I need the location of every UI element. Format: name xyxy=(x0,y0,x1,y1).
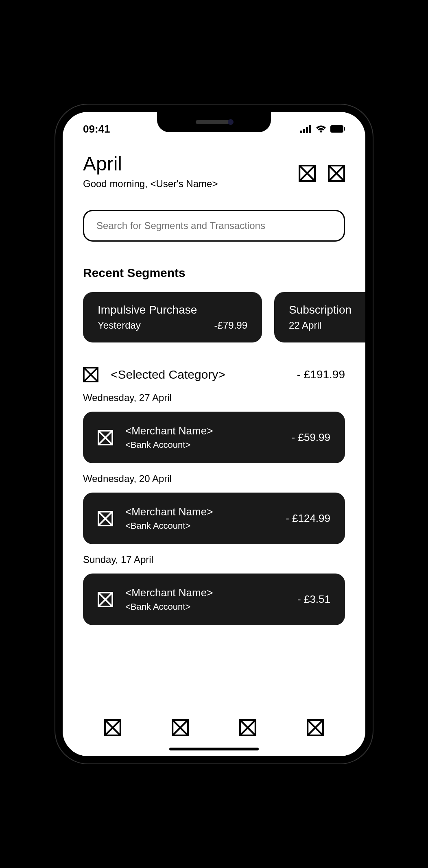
svg-rect-3 xyxy=(309,125,311,133)
svg-rect-0 xyxy=(300,131,302,133)
segments-scroll[interactable]: Impulsive Purchase Yesterday -£79.99 Sub… xyxy=(83,292,365,342)
merchant-icon xyxy=(98,511,113,526)
merchant-name: <Merchant Name> xyxy=(125,506,273,518)
category-left: <Selected Category> xyxy=(83,367,225,382)
header-actions xyxy=(299,165,345,182)
merchant-name: <Merchant Name> xyxy=(125,425,280,437)
phone-frame: 09:41 April Good morning, <User's Name> … xyxy=(55,105,373,763)
segment-date: 22 April xyxy=(289,320,321,331)
tab-icon-2[interactable] xyxy=(172,719,189,736)
transaction-date: Wednesday, 27 April xyxy=(83,392,345,403)
status-time: 09:41 xyxy=(83,123,110,135)
bank-account: <Bank Account> xyxy=(125,521,273,531)
segment-card[interactable]: Impulsive Purchase Yesterday -£79.99 xyxy=(83,292,262,342)
transaction-card[interactable]: <Merchant Name> <Bank Account> - £3.51 xyxy=(83,574,345,625)
tab-bar xyxy=(63,711,365,756)
header-action-icon-2[interactable] xyxy=(328,165,345,182)
svg-rect-2 xyxy=(306,127,308,133)
search-input[interactable] xyxy=(83,210,345,242)
merchant-icon xyxy=(98,430,113,445)
transaction-amount: - £124.99 xyxy=(286,512,330,525)
tab-icon-1[interactable] xyxy=(104,719,121,736)
month-title: April xyxy=(83,153,218,175)
transaction-date: Sunday, 17 April xyxy=(83,554,345,565)
phone-notch xyxy=(157,112,271,132)
transaction-card[interactable]: <Merchant Name> <Bank Account> - £59.99 xyxy=(83,412,345,463)
segment-card[interactable]: Subscription 22 April xyxy=(274,292,365,342)
segment-meta: Yesterday -£79.99 xyxy=(98,320,247,331)
main-content: April Good morning, <User's Name> Recent… xyxy=(63,140,365,715)
merchant-name: <Merchant Name> xyxy=(125,587,285,599)
svg-rect-5 xyxy=(344,127,345,131)
svg-rect-1 xyxy=(303,129,305,133)
transaction-amount: - £3.51 xyxy=(297,593,330,606)
transaction-info: <Merchant Name> <Bank Account> xyxy=(125,587,285,612)
battery-icon xyxy=(330,125,345,133)
header-action-icon-1[interactable] xyxy=(299,165,316,182)
category-icon xyxy=(83,367,98,382)
segment-meta: 22 April xyxy=(289,320,365,331)
phone-screen: 09:41 April Good morning, <User's Name> … xyxy=(63,112,365,756)
transaction-date: Wednesday, 20 April xyxy=(83,473,345,484)
segment-title: Impulsive Purchase xyxy=(98,303,247,316)
header-text: April Good morning, <User's Name> xyxy=(83,153,218,190)
category-header: <Selected Category> - £191.99 xyxy=(83,367,345,382)
bank-account: <Bank Account> xyxy=(125,440,280,450)
merchant-icon xyxy=(98,592,113,607)
segments-title: Recent Segments xyxy=(83,266,345,280)
tab-icon-3[interactable] xyxy=(239,719,256,736)
category-name: <Selected Category> xyxy=(111,368,225,382)
tab-icon-4[interactable] xyxy=(307,719,324,736)
svg-rect-4 xyxy=(330,125,343,133)
segment-date: Yesterday xyxy=(98,320,141,331)
transaction-info: <Merchant Name> <Bank Account> xyxy=(125,425,280,450)
segment-amount: -£79.99 xyxy=(214,320,247,331)
category-amount: - £191.99 xyxy=(297,368,345,381)
transaction-amount: - £59.99 xyxy=(292,431,330,444)
cellular-icon xyxy=(300,125,312,133)
page-header: April Good morning, <User's Name> xyxy=(83,153,345,190)
bank-account: <Bank Account> xyxy=(125,602,285,612)
segment-title: Subscription xyxy=(289,303,365,316)
transaction-info: <Merchant Name> <Bank Account> xyxy=(125,506,273,531)
status-icons xyxy=(300,125,345,133)
wifi-icon xyxy=(316,125,326,133)
home-indicator[interactable] xyxy=(169,748,259,750)
greeting-text: Good morning, <User's Name> xyxy=(83,178,218,190)
transaction-card[interactable]: <Merchant Name> <Bank Account> - £124.99 xyxy=(83,493,345,544)
